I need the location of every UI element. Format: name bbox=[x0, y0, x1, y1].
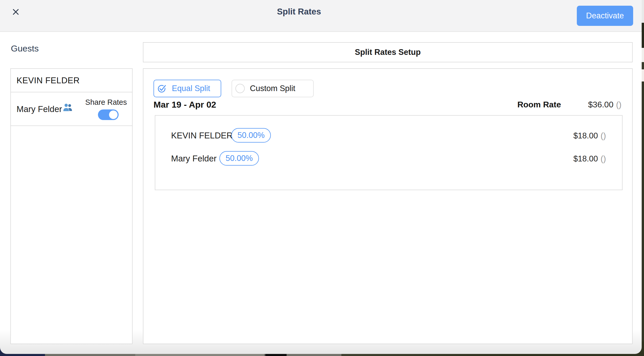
close-icon bbox=[12, 8, 20, 16]
equal-split-button[interactable]: Equal Split bbox=[154, 80, 221, 97]
split-setup-panel: Equal Split Custom Split Mar 19 - Apr 02… bbox=[143, 68, 633, 344]
radio-circle-icon bbox=[235, 84, 245, 93]
room-rate-note: () bbox=[616, 100, 622, 109]
primary-guest-name: KEVIN FELDER bbox=[17, 76, 80, 85]
guest-list-panel: KEVIN FELDER Mary Felder Share Rates bbox=[10, 68, 133, 344]
split-percent-input[interactable]: 50.00% bbox=[219, 151, 259, 166]
split-guest-name: KEVIN FELDER bbox=[171, 131, 233, 140]
setup-header: Split Rates Setup bbox=[143, 42, 633, 62]
room-rate-group: Room Rate $36.00 () bbox=[517, 100, 622, 109]
page-title: Split Rates bbox=[277, 7, 321, 17]
split-amount: $18.00 bbox=[573, 131, 598, 140]
share-rates-label: Share Rates bbox=[85, 98, 127, 107]
split-amount: $18.00 bbox=[573, 154, 598, 164]
share-rates-toggle[interactable] bbox=[98, 109, 119, 120]
guest-split-table: KEVIN FELDER 50.00% $18.00 () Mary Felde… bbox=[155, 115, 623, 190]
split-amount-note: () bbox=[601, 154, 606, 164]
split-guest-name: Mary Felder bbox=[171, 154, 217, 164]
split-amount-note: () bbox=[601, 131, 606, 140]
custom-split-button[interactable]: Custom Split bbox=[232, 80, 314, 97]
split-row: Mary Felder 50.00% $18.00 () bbox=[155, 151, 622, 166]
rate-summary-row: Mar 19 - Apr 02 Room Rate $36.00 () bbox=[154, 99, 622, 110]
room-rate-label: Room Rate bbox=[517, 100, 561, 109]
date-range: Mar 19 - Apr 02 bbox=[154, 100, 216, 110]
split-percent-input[interactable]: 50.00% bbox=[231, 128, 271, 143]
setup-title: Split Rates Setup bbox=[355, 48, 421, 57]
split-rates-modal: Split Rates Deactivate Guests KEVIN FELD… bbox=[0, 0, 642, 354]
secondary-guest-name: Mary Felder bbox=[17, 104, 62, 114]
custom-split-label: Custom Split bbox=[250, 84, 295, 93]
check-circle-icon bbox=[157, 84, 167, 93]
guest-row-primary[interactable]: KEVIN FELDER bbox=[11, 69, 132, 92]
split-amount-group: $18.00 () bbox=[573, 154, 606, 164]
split-row: KEVIN FELDER 50.00% $18.00 () bbox=[155, 128, 622, 143]
room-rate-amount: $36.00 bbox=[588, 100, 614, 109]
guests-heading: Guests bbox=[11, 43, 39, 54]
equal-split-label: Equal Split bbox=[172, 84, 210, 93]
split-amount-group: $18.00 () bbox=[573, 131, 606, 140]
toggle-knob bbox=[109, 110, 118, 119]
modal-header-bar: Split Rates Deactivate bbox=[0, 0, 642, 32]
people-icon bbox=[63, 103, 73, 113]
close-button[interactable] bbox=[9, 5, 23, 19]
deactivate-button[interactable]: Deactivate bbox=[577, 6, 633, 26]
guest-row-secondary[interactable]: Mary Felder Share Rates bbox=[11, 92, 132, 126]
